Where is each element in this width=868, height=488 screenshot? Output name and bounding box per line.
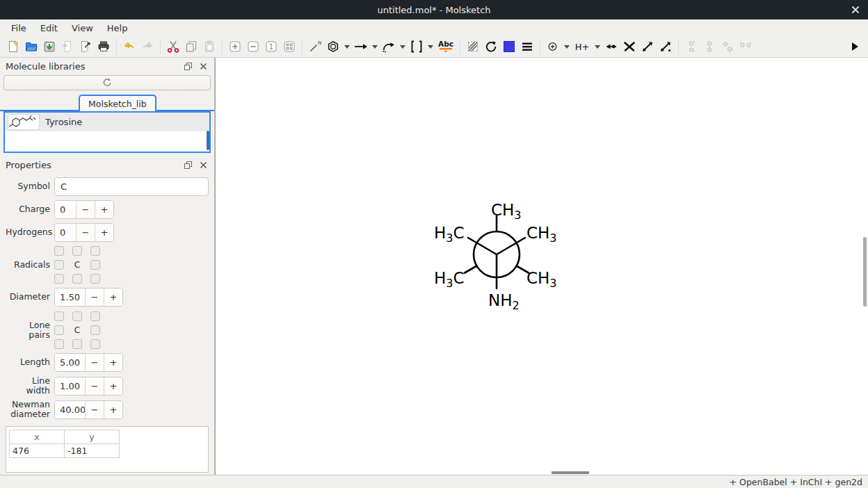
library-panel-close-button[interactable] (198, 61, 209, 71)
mechanism-arrow-dropdown[interactable] (398, 38, 408, 56)
color-picker-button[interactable] (500, 38, 518, 56)
tool-flip-a-button[interactable] (638, 38, 657, 56)
align-stack-button[interactable] (700, 38, 718, 56)
import-button[interactable] (58, 38, 77, 56)
diameter-increment-button[interactable]: + (104, 288, 122, 306)
print-button[interactable] (95, 38, 113, 56)
radical-checkbox[interactable] (90, 246, 100, 256)
radical-checkbox[interactable] (90, 274, 100, 284)
reaction-arrow-button[interactable] (352, 38, 370, 56)
length-decrement-button[interactable]: − (85, 354, 104, 371)
copy-button[interactable] (182, 38, 200, 56)
tab-molsketch-lib[interactable]: Molsketch_lib (79, 95, 156, 111)
drawing-canvas[interactable]: CH3 H3C CH3 H3C CH3 NH2 (215, 58, 868, 475)
charge-dropdown[interactable] (562, 38, 572, 56)
ring-dropdown[interactable] (342, 38, 352, 56)
delete-button[interactable] (620, 38, 638, 56)
charge-label: Charge (6, 204, 50, 214)
charge-increment-button[interactable]: + (95, 201, 113, 218)
export-button[interactable] (77, 38, 95, 56)
cut-button[interactable] (164, 38, 182, 56)
toolbar-overflow-button[interactable] (846, 38, 864, 56)
hydrogen-dropdown[interactable] (593, 38, 602, 56)
reaction-arrow-dropdown[interactable] (370, 38, 380, 56)
menu-help[interactable]: Help (100, 21, 135, 35)
lone-pair-checkbox[interactable] (54, 311, 64, 321)
radical-checkbox[interactable] (90, 260, 100, 270)
coord-cell-x[interactable]: 476 (9, 444, 65, 458)
line-width-decrement-button[interactable]: − (85, 377, 104, 395)
newman-diameter-value[interactable]: 40.00 (55, 401, 85, 418)
menu-edit[interactable]: Edit (33, 21, 65, 35)
lone-pair-checkbox[interactable] (54, 339, 64, 349)
connect-button[interactable] (602, 38, 620, 56)
window-close-button[interactable] (849, 3, 862, 17)
rotate-button[interactable] (482, 38, 500, 56)
coord-cell-y[interactable]: -181 (64, 444, 120, 458)
line-width-increment-button[interactable]: + (104, 377, 122, 395)
redo-button[interactable] (138, 38, 156, 56)
open-file-button[interactable] (22, 38, 40, 56)
zoom-in-button[interactable] (226, 38, 244, 56)
menu-view[interactable]: View (65, 21, 100, 35)
radical-checkbox[interactable] (54, 246, 64, 256)
library-refresh-button[interactable] (3, 75, 211, 90)
diameter-value[interactable]: 1.50 (55, 288, 85, 306)
diameter-decrement-button[interactable]: − (85, 288, 104, 306)
canvas-vertical-scrollbar[interactable] (863, 237, 867, 307)
lone-pair-checkbox[interactable] (90, 311, 100, 321)
line-width-button[interactable] (518, 38, 536, 56)
zoom-out-icon (246, 40, 260, 54)
bracket-dropdown[interactable] (426, 38, 435, 56)
zoom-out-button[interactable] (244, 38, 262, 56)
zoom-fit-button[interactable] (280, 38, 298, 56)
length-value[interactable]: 5.00 (55, 354, 85, 371)
symbol-input[interactable] (54, 177, 209, 196)
zoom-original-button[interactable]: 1 (262, 38, 280, 56)
lone-pair-checkbox[interactable] (54, 325, 64, 335)
hydrogens-value[interactable]: 0 (55, 224, 76, 241)
hydrogen-button[interactable]: H+ (572, 38, 593, 56)
lone-pair-checkbox[interactable] (90, 325, 100, 335)
lone-pair-checkbox[interactable] (90, 339, 100, 349)
insert-ring-button[interactable] (324, 38, 342, 56)
radical-checkbox[interactable] (54, 260, 64, 270)
library-panel-float-button[interactable] (182, 61, 193, 71)
charge-value[interactable]: 0 (55, 201, 76, 218)
hatch-region-button[interactable] (464, 38, 482, 56)
undo-button[interactable] (120, 38, 138, 56)
align-vertical-button[interactable] (682, 38, 700, 56)
charge-button[interactable] (544, 38, 562, 56)
draw-bond-button[interactable]: N (306, 38, 324, 56)
properties-panel-header: Properties (0, 158, 214, 171)
list-item-tyrosine[interactable]: Tyrosine (5, 113, 209, 131)
properties-panel-close-button[interactable] (198, 160, 209, 170)
tool-flip-b-button[interactable] (657, 38, 675, 56)
hydrogens-decrement-button[interactable]: − (76, 224, 95, 241)
insert-text-button[interactable]: Abc (435, 38, 456, 56)
align-horizontal-button[interactable] (737, 38, 755, 56)
charge-decrement-button[interactable]: − (76, 201, 95, 218)
newman-diameter-increment-button[interactable]: + (104, 401, 122, 418)
mechanism-arrow-button[interactable] (380, 38, 398, 56)
status-text: + OpenBabel + InChI + gen2d (730, 477, 862, 487)
properties-panel-float-button[interactable] (182, 160, 193, 170)
library-scrollbar[interactable] (207, 131, 209, 150)
lone-pair-checkbox[interactable] (72, 311, 82, 321)
line-width-value[interactable]: 1.00 (55, 377, 85, 395)
save-button[interactable] (40, 38, 58, 56)
radical-checkbox[interactable] (72, 274, 82, 284)
align-diagonal-button[interactable] (718, 38, 737, 56)
canvas-horizontal-scrollbar[interactable] (552, 471, 589, 474)
toolbar-separator (540, 39, 540, 54)
radical-checkbox[interactable] (54, 274, 64, 284)
hydrogens-increment-button[interactable]: + (95, 224, 113, 241)
insert-bracket-button[interactable] (408, 38, 426, 56)
paste-button[interactable] (200, 38, 218, 56)
radical-checkbox[interactable] (72, 246, 82, 256)
newman-diameter-decrement-button[interactable]: − (85, 401, 104, 418)
lone-pair-checkbox[interactable] (72, 339, 82, 349)
new-file-button[interactable] (4, 38, 22, 56)
length-increment-button[interactable]: + (104, 354, 122, 371)
menu-file[interactable]: File (4, 21, 33, 35)
